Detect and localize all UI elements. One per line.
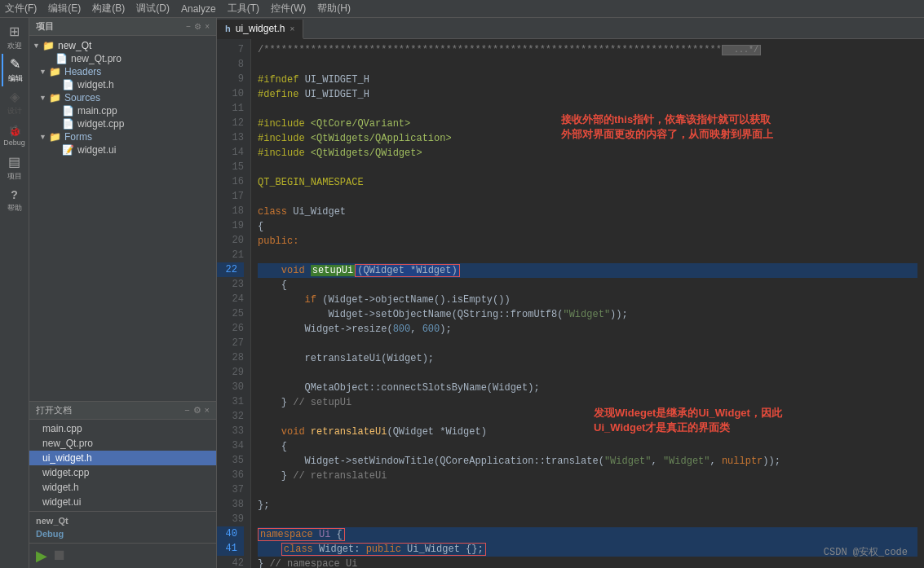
sidebar-debug[interactable]: 🐞 Debug	[2, 119, 28, 152]
open-file-widget-ui[interactable]: widget.ui	[29, 495, 216, 509]
open-files-list: main.cpp new_Qt.pro ui_widget.h widget.c…	[29, 420, 216, 511]
code-line-21	[258, 249, 917, 263]
menu-tools[interactable]: 工具(T)	[228, 2, 259, 15]
tree-item-sources[interactable]: ▼ 📁 Sources	[29, 91, 216, 104]
menu-help[interactable]: 帮助(H)	[317, 2, 351, 15]
sidebar-edit[interactable]: ✎ 编辑	[2, 54, 28, 86]
code-line-15	[258, 161, 917, 175]
menu-edit[interactable]: 编辑(E)	[48, 2, 81, 15]
code-line-9: #ifndef UI_WIDGET_H	[258, 73, 917, 87]
menu-analyze[interactable]: Analyze	[181, 3, 216, 15]
project-icon: ▤	[8, 154, 20, 170]
open-file-new-qt-pro[interactable]: new_Qt.pro	[29, 436, 216, 451]
tree-item-headers[interactable]: ▼ 📁 Headers	[29, 65, 216, 78]
sidebar-help[interactable]: ? 帮助	[2, 184, 28, 217]
line-numbers: 7 8 9 10 11 12 13 14 15 16 17 18 19 20 2…	[217, 39, 251, 568]
tree-item-new-qt[interactable]: ▼ 📁 new_Qt	[29, 39, 216, 52]
code-content[interactable]: /***************************************…	[251, 39, 924, 568]
tree-label: Headers	[64, 66, 101, 77]
tree-label: new_Qt.pro	[71, 53, 122, 64]
run-controls: ▶ ⏹	[29, 543, 216, 568]
bottom-project-name: new_Qt	[36, 514, 210, 527]
tree-item-widget-h[interactable]: 📄 widget.h	[29, 78, 216, 91]
tab-ui-widget[interactable]: h ui_widget.h ×	[217, 20, 303, 39]
code-line-29	[258, 366, 917, 381]
open-files-action-pin[interactable]: −	[184, 405, 189, 416]
fold-marker-7[interactable]: ...*/	[722, 45, 761, 55]
tab-file-icon: h	[225, 24, 231, 33]
tree-label: widget.ui	[77, 144, 116, 156]
tree-item-widget-cpp[interactable]: 📄 widget.cpp	[29, 117, 216, 130]
tree-label: widget.cpp	[77, 118, 124, 130]
tab-bar: h ui_widget.h ×	[217, 18, 924, 39]
tab-label: ui_widget.h	[236, 23, 285, 34]
welcome-icon: ⊞	[9, 24, 20, 39]
tree-label: widget.h	[77, 79, 114, 90]
menu-controls[interactable]: 控件(W)	[271, 2, 306, 15]
code-editor: 7 8 9 10 11 12 13 14 15 16 17 18 19 20 2…	[217, 39, 924, 568]
open-file-widget-cpp[interactable]: widget.cpp	[29, 465, 216, 480]
tab-close-button[interactable]: ×	[290, 24, 294, 33]
code-line-36: } // retranslateUi	[258, 469, 917, 483]
code-line-20: public:	[258, 234, 917, 249]
open-files-panel: 打开文档 − ⚙ × main.cpp new_Qt.pro ui_widget…	[29, 401, 216, 568]
code-line-28: retranslateUi(Widget);	[258, 351, 917, 366]
code-line-38: };	[258, 498, 917, 513]
tree-arrow: ▼	[39, 133, 49, 141]
open-file-main-cpp[interactable]: main.cpp	[29, 421, 216, 436]
open-files-title: 打开文档	[36, 404, 72, 416]
tree-item-main-cpp[interactable]: 📄 main.cpp	[29, 104, 216, 117]
menu-build[interactable]: 构建(B)	[92, 2, 125, 15]
debug-icon: 🐞	[8, 125, 21, 137]
tree-arrow: ▼	[39, 68, 49, 76]
file-icon: 📄	[62, 118, 74, 130]
run-button[interactable]: ▶	[36, 547, 47, 565]
welcome-label: 欢迎	[7, 41, 22, 51]
panel-action-config[interactable]: ⚙	[194, 22, 201, 31]
open-files-action-close[interactable]: ×	[205, 405, 210, 416]
project-tree: ▼ 📁 new_Qt 📄 new_Qt.pro ▼ 📁 Headers 📄 wi…	[29, 36, 216, 401]
open-file-widget-h[interactable]: widget.h	[29, 480, 216, 495]
code-line-25: Widget->setObjectName(QString::fromUtf8(…	[258, 307, 917, 322]
sources-label: Sources	[64, 92, 100, 103]
sidebar-welcome[interactable]: ⊞ 欢迎	[2, 21, 28, 54]
folder-icon: 📁	[49, 131, 61, 143]
code-line-14: #include <QtWidgets/QWidget>	[258, 146, 917, 161]
editor-area: h ui_widget.h × 7 8 9 10 11 12 13 14 15 …	[217, 18, 924, 568]
tree-label: Forms	[64, 131, 92, 143]
sidebar-project[interactable]: ▤ 项目	[2, 152, 28, 184]
folder-icon: 📁	[49, 92, 61, 103]
code-line-41: class Widget: public Ui_Widget {};	[258, 542, 917, 557]
code-line-12: #include <QtCore/QVariant>	[258, 117, 917, 131]
code-line-40: namespace Ui {	[258, 527, 917, 542]
design-label: 设计	[7, 106, 22, 117]
code-line-10: #define UI_WIDGET_H	[258, 87, 917, 102]
open-files-actions: − ⚙ ×	[184, 405, 210, 416]
project-panel: 项目 − ⚙ × ▼ 📁 new_Qt 📄 new_Qt.pro ▼	[29, 18, 217, 568]
tree-item-widget-ui[interactable]: 📝 widget.ui	[29, 143, 216, 156]
file-icon: 📄	[62, 105, 74, 117]
design-icon: ◈	[10, 89, 20, 104]
help-icon: ?	[11, 188, 18, 201]
code-line-8	[258, 58, 917, 73]
open-files-action-config[interactable]: ⚙	[193, 405, 201, 416]
project-panel-title: 项目	[36, 20, 54, 33]
code-line-42: } // namespace Ui	[258, 557, 917, 568]
panel-action-close[interactable]: ×	[205, 22, 210, 31]
project-label-icon: 项目	[7, 171, 22, 182]
tree-item-forms[interactable]: ▼ 📁 Forms	[29, 130, 216, 143]
panel-action-pin[interactable]: −	[186, 22, 191, 31]
menu-debug[interactable]: 调试(D)	[136, 2, 170, 15]
code-line-19: {	[258, 219, 917, 234]
code-line-26: Widget->resize(800, 600);	[258, 322, 917, 337]
tree-item-pro[interactable]: 📄 new_Qt.pro	[29, 52, 216, 65]
tree-arrow: ▼	[39, 94, 49, 102]
edit-icon: ✎	[10, 56, 20, 72]
stop-button[interactable]: ⏹	[52, 547, 67, 565]
menu-file[interactable]: 文件(F)	[5, 2, 37, 15]
open-file-ui-widget[interactable]: ui_widget.h	[29, 451, 216, 465]
project-panel-header: 项目 − ⚙ ×	[29, 18, 216, 36]
folder-icon: 📁	[42, 40, 55, 51]
sidebar-design[interactable]: ◈ 设计	[2, 86, 28, 119]
main-layout: ⊞ 欢迎 ✎ 编辑 ◈ 设计 🐞 Debug ▤ 项目 ? 帮助 项目 −	[0, 18, 924, 568]
